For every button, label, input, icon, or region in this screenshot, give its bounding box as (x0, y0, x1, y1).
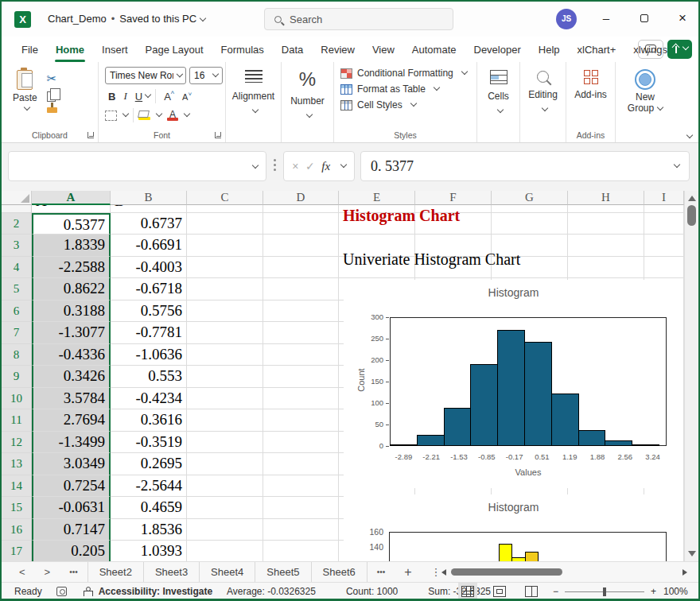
cell-d10[interactable] (263, 388, 339, 410)
cell-d7[interactable] (263, 322, 339, 344)
cell-h4[interactable] (568, 257, 644, 279)
select-all-corner[interactable] (2, 191, 32, 205)
row-header-6[interactable]: 6 (2, 300, 32, 323)
cell-b6[interactable]: 0.5756 (111, 300, 187, 323)
bold-button[interactable]: B (105, 89, 119, 104)
grow-font-button[interactable]: A^ (161, 88, 177, 104)
column-header-f[interactable]: F (415, 191, 492, 205)
new-group-button[interactable]: New Group (616, 62, 675, 142)
font-color-button[interactable]: A (167, 111, 178, 121)
macro-record-icon[interactable] (56, 587, 67, 596)
ribbon-tab-xlchart-[interactable]: xlChart+ (569, 39, 625, 60)
ribbon-tab-review[interactable]: Review (312, 39, 364, 60)
histogram-chart-1[interactable]: Histogram 050100150200250300-2.89-2.21-1… (344, 280, 683, 488)
underline-button[interactable]: U (132, 89, 146, 104)
font-size-select[interactable]: 16 (189, 67, 223, 84)
cell-i2[interactable] (644, 213, 684, 235)
cell-b11[interactable]: 0.3616 (111, 409, 187, 432)
scroll-left-icon[interactable] (441, 569, 446, 576)
cell-a6[interactable]: 0.3188 (32, 300, 111, 323)
row-header-3[interactable]: 3 (2, 235, 32, 257)
cell-c3[interactable] (187, 235, 263, 257)
column-header-i[interactable]: I (644, 191, 684, 205)
cell-c5[interactable] (187, 278, 263, 300)
cancel-icon[interactable]: × (292, 160, 298, 173)
cell-c7[interactable] (187, 322, 263, 344)
sheet-tab-sheet3[interactable]: Sheet3 (144, 562, 200, 582)
cell-b10[interactable]: -0.4234 (111, 388, 187, 410)
row-header-12[interactable]: 12 (2, 432, 32, 454)
row-header-7[interactable]: 7 (2, 322, 32, 344)
cell-a8[interactable]: -0.4336 (32, 344, 111, 366)
zoom-out-button[interactable]: − (553, 586, 558, 597)
cell-h3[interactable] (568, 235, 644, 257)
font-dialog-launcher[interactable] (215, 132, 221, 138)
cell-b3[interactable]: -0.6691 (111, 235, 187, 257)
ribbon-tab-insert[interactable]: Insert (93, 39, 137, 60)
cells-group[interactable]: Cells (477, 62, 520, 142)
cell-d14[interactable] (263, 475, 339, 498)
ribbon-tab-developer[interactable]: Developer (465, 39, 530, 60)
cell-a12[interactable]: -1.3499 (32, 432, 111, 454)
cell-d11[interactable] (263, 409, 339, 432)
cell-d2[interactable] (263, 213, 339, 235)
comments-button[interactable] (638, 40, 663, 59)
cell-a17[interactable]: 0.205 (32, 541, 111, 561)
row-header-5[interactable]: 5 (2, 278, 32, 300)
ribbon-tab-page-layout[interactable]: Page Layout (137, 39, 212, 60)
ribbon-tab-home[interactable]: Home (47, 39, 93, 60)
ribbon-tab-automate[interactable]: Automate (403, 39, 465, 60)
cell-c8[interactable] (187, 344, 263, 366)
scroll-right-icon[interactable] (682, 569, 687, 576)
addins-group[interactable]: Add-ins Add-ins (566, 62, 616, 142)
scroll-up-icon[interactable] (688, 196, 696, 201)
histogram-chart-2[interactable]: Histogram 160140 (344, 494, 683, 561)
scroll-down-icon[interactable] (688, 551, 696, 556)
cell-d17[interactable] (263, 541, 339, 561)
column-header-c[interactable]: C (187, 191, 263, 205)
cell-b16[interactable]: 1.8536 (111, 519, 187, 541)
cell-styles-button[interactable]: Cell Styles (334, 97, 476, 113)
row-header-16[interactable]: 16 (2, 519, 32, 541)
vertical-scrollbar[interactable] (684, 191, 698, 561)
zoom-slider-handle[interactable] (603, 587, 606, 596)
sheet-nav-right[interactable]: > (35, 566, 60, 578)
avatar[interactable]: JS (556, 9, 577, 29)
paste-button[interactable]: Paste (13, 70, 37, 113)
cell-d13[interactable] (263, 453, 339, 475)
cell-i3[interactable] (644, 235, 684, 257)
close-button[interactable]: × (671, 11, 694, 27)
row-header-13[interactable]: 13 (2, 453, 32, 475)
row-header-17[interactable]: 17 (2, 541, 32, 561)
cell-h2[interactable] (568, 213, 644, 235)
column-header-e[interactable]: E (339, 191, 415, 205)
cell-a10[interactable]: 3.5784 (32, 388, 111, 410)
ribbon-tab-formulas[interactable]: Formulas (212, 39, 273, 60)
row-header-11[interactable]: 11 (2, 409, 32, 432)
cell-c11[interactable] (187, 409, 263, 432)
copy-button[interactable] (47, 91, 56, 102)
cell-a5[interactable]: 0.8622 (32, 278, 111, 300)
row-header-15[interactable]: 15 (2, 497, 32, 519)
cell-d3[interactable] (263, 235, 339, 257)
cell-b13[interactable]: 0.2695 (111, 453, 187, 475)
column-header-b[interactable]: B (111, 191, 187, 205)
cell-c10[interactable] (187, 388, 263, 410)
row-header-2[interactable]: 2 (2, 213, 32, 235)
sheet-more-right[interactable]: ••• (368, 568, 395, 576)
maximize-button[interactable] (632, 11, 656, 27)
cell-b2[interactable]: 0.6737 (111, 213, 187, 235)
column-header-h[interactable]: H (568, 191, 644, 205)
insert-function-icon[interactable]: fx (321, 160, 330, 173)
cell-c17[interactable] (187, 541, 263, 561)
italic-button[interactable]: I (120, 88, 130, 104)
cell-b17[interactable]: 1.0393 (111, 541, 187, 561)
row-header-4[interactable]: 4 (2, 257, 32, 279)
document-title[interactable]: Chart_Demo•Saved to this PC (48, 13, 205, 25)
cut-button[interactable]: ✂ (47, 72, 57, 86)
row-header-8[interactable]: 8 (2, 344, 32, 366)
column-header-d[interactable]: D (263, 191, 339, 205)
cell-b14[interactable]: -2.5644 (111, 475, 187, 498)
minimize-button[interactable]: – (594, 11, 618, 27)
cell-b5[interactable]: -0.6718 (111, 278, 187, 300)
